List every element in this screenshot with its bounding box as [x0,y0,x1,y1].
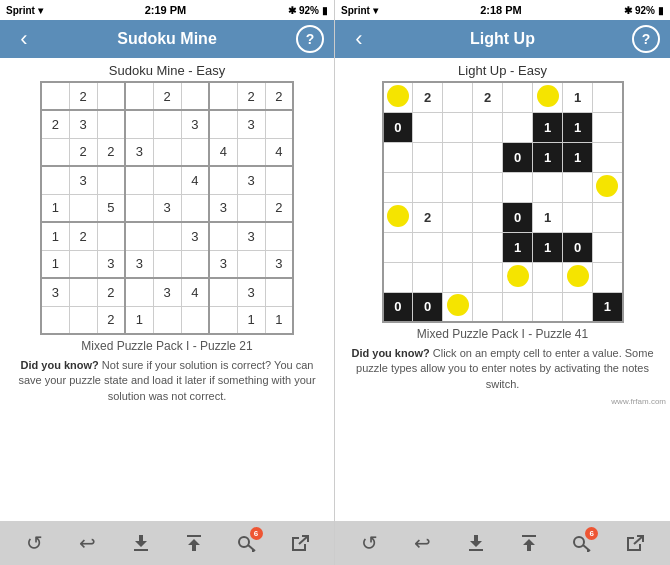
cell[interactable] [473,112,503,142]
cell[interactable] [97,222,125,250]
cell[interactable] [153,110,181,138]
cell[interactable] [533,262,563,292]
cell[interactable]: 2 [265,82,293,110]
cell[interactable]: 2 [69,222,97,250]
cell[interactable]: 2 [265,194,293,222]
cell[interactable] [383,142,413,172]
cell[interactable]: 4 [265,138,293,166]
cell[interactable]: 4 [181,278,209,306]
cell[interactable] [41,166,69,194]
cell[interactable] [153,306,181,334]
cell[interactable]: 3 [153,194,181,222]
cell[interactable] [97,166,125,194]
cell[interactable]: 1 [533,142,563,172]
cell[interactable] [41,82,69,110]
cell[interactable] [563,172,593,202]
cell[interactable]: 2 [97,306,125,334]
cell[interactable]: 2 [237,82,265,110]
cell[interactable]: 3 [237,278,265,306]
cell[interactable] [503,82,533,112]
cell[interactable]: 3 [69,166,97,194]
left-help-button[interactable]: ? [296,25,324,53]
right-help-button[interactable]: ? [632,25,660,53]
cell[interactable] [593,112,623,142]
cell[interactable]: 3 [237,222,265,250]
cell[interactable] [125,82,153,110]
cell[interactable]: 1 [41,194,69,222]
cell[interactable] [563,202,593,232]
cell[interactable] [181,250,209,278]
cell[interactable] [443,172,473,202]
cell[interactable]: 1 [563,82,593,112]
cell[interactable] [383,262,413,292]
cell[interactable] [97,82,125,110]
cell[interactable]: 0 [383,112,413,142]
right-upload-button[interactable] [511,525,547,561]
cell[interactable]: 1 [533,232,563,262]
cell[interactable] [153,222,181,250]
cell[interactable] [593,172,623,202]
cell[interactable] [533,82,563,112]
cell[interactable]: 1 [593,292,623,322]
cell[interactable]: 5 [97,194,125,222]
left-key-button[interactable]: 6 [229,525,265,561]
cell[interactable] [265,166,293,194]
cell[interactable] [209,110,237,138]
cell[interactable] [181,138,209,166]
left-back-button[interactable]: ‹ [10,25,38,53]
right-share-button[interactable] [617,525,653,561]
cell[interactable]: 0 [503,202,533,232]
cell[interactable] [443,232,473,262]
cell[interactable] [265,278,293,306]
cell[interactable] [473,292,503,322]
right-download-button[interactable] [458,525,494,561]
cell[interactable]: 3 [181,222,209,250]
cell[interactable] [237,138,265,166]
cell[interactable] [41,138,69,166]
cell[interactable] [473,202,503,232]
cell[interactable] [533,172,563,202]
left-upload-button[interactable] [176,525,212,561]
cell[interactable] [593,262,623,292]
cell[interactable] [265,222,293,250]
cell[interactable]: 1 [125,306,153,334]
cell[interactable] [209,82,237,110]
cell[interactable]: 2 [97,138,125,166]
cell[interactable] [533,292,563,322]
cell[interactable] [473,262,503,292]
cell[interactable] [503,112,533,142]
cell[interactable] [473,142,503,172]
cell[interactable]: 3 [125,250,153,278]
cell[interactable] [209,306,237,334]
right-undo-button[interactable]: ↩ [405,525,441,561]
cell[interactable] [443,262,473,292]
left-undo-button[interactable]: ↩ [70,525,106,561]
right-back-button[interactable]: ‹ [345,25,373,53]
cell[interactable] [69,250,97,278]
cell[interactable] [443,82,473,112]
cell[interactable] [69,194,97,222]
cell[interactable] [97,110,125,138]
cell[interactable] [125,194,153,222]
cell[interactable] [443,292,473,322]
cell[interactable] [503,292,533,322]
cell[interactable]: 2 [41,110,69,138]
cell[interactable] [125,278,153,306]
cell[interactable]: 1 [41,222,69,250]
cell[interactable] [209,166,237,194]
cell[interactable] [69,278,97,306]
cell[interactable]: 3 [181,110,209,138]
cell[interactable] [473,232,503,262]
cell[interactable] [41,306,69,334]
cell[interactable]: 3 [97,250,125,278]
cell[interactable] [153,250,181,278]
cell[interactable] [473,172,503,202]
cell[interactable] [153,166,181,194]
cell[interactable]: 2 [97,278,125,306]
cell[interactable] [413,172,443,202]
cell[interactable] [181,82,209,110]
cell[interactable] [443,202,473,232]
cell[interactable]: 2 [473,82,503,112]
cell[interactable] [69,306,97,334]
right-refresh-button[interactable]: ↺ [352,525,388,561]
